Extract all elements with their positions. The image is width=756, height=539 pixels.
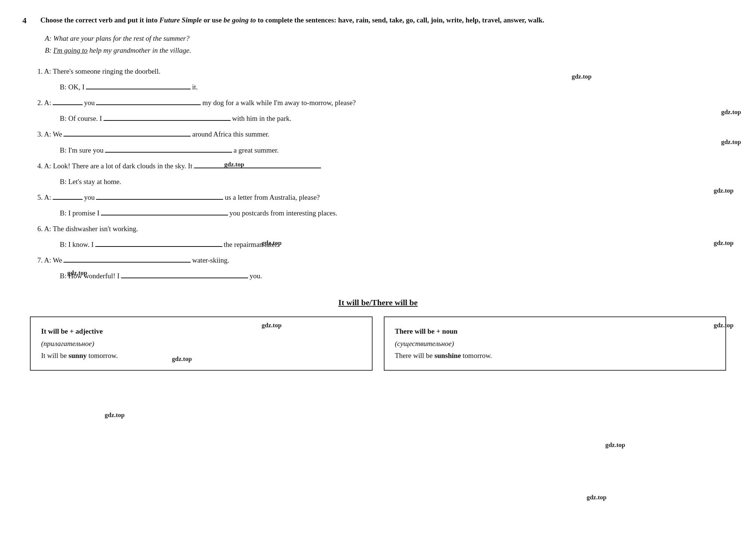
box-right-example-middle: will be: [411, 352, 435, 359]
s6b-prefix: B: I know. I: [60, 238, 94, 251]
sentence-6: 6. A: The dishwasher isn't working. B: I…: [37, 222, 734, 251]
watermark-3: gdz.top: [721, 138, 741, 146]
sentence-2: 2. A: you my dog for a walk while I'm aw…: [37, 96, 734, 125]
s2b-blank: [104, 113, 231, 121]
sentence-7: 7. A: We water-skiing. B: How wonderful!…: [37, 254, 734, 283]
watermark-4: gdz.top: [224, 161, 244, 168]
s1a-text: 1. A: There's someone ringing the doorbe…: [37, 65, 160, 78]
sentence-7-a: 7. A: We water-skiing.: [37, 254, 734, 267]
s1b-suffix: it.: [192, 80, 198, 94]
watermark-6: gdz.top: [714, 239, 734, 247]
sentence-5-b: B: I promise I you postcards from intere…: [60, 206, 734, 220]
box-right-example-suffix: tomorrow.: [461, 352, 492, 359]
box-right-example-bold: sunshine: [435, 352, 461, 359]
s2a-blank2: [96, 97, 201, 105]
box-left-example-middle: will be: [46, 352, 69, 359]
s2b-suffix: with him in the park.: [232, 112, 291, 125]
exercise-header: 4 Choose the correct verb and put it int…: [22, 15, 734, 26]
box-left-example-bold: sunny: [68, 352, 87, 359]
sentence-6-b: B: I know. I the repairman later.: [60, 238, 734, 251]
watermark-1: gdz.top: [572, 73, 592, 80]
sentence-6-a: 6. A: The dishwasher isn't working.: [37, 222, 734, 236]
box-left-example-prefix: It: [41, 352, 46, 359]
watermark-11: gdz.top: [172, 355, 192, 363]
sentence-4-b: B: Let's stay at home.: [60, 175, 734, 189]
s2b-prefix: B: Of course. I: [60, 112, 102, 125]
s4a-blank: [194, 160, 321, 168]
watermark-5: gdz.top: [714, 187, 734, 195]
s7b-suffix: you.: [250, 269, 262, 283]
page: gdz.top gdz.top gdz.top gdz.top gdz.top …: [0, 0, 756, 539]
sentences-container: 1. A: There's someone ringing the doorbe…: [37, 65, 734, 283]
instruction-text-2: or use: [202, 16, 223, 24]
box-left-example-suffix: tomorrow.: [87, 352, 118, 359]
s5a-suffix: us a letter from Australia, please?: [225, 191, 320, 204]
s2a-prefix: 2. A:: [37, 96, 51, 110]
info-box-left: It will be + adjective (прилагательное) …: [30, 316, 373, 371]
s3a-prefix: 3. A: We: [37, 128, 62, 141]
s5a-prefix: 5. A:: [37, 191, 51, 204]
box-right-paren: (существительное): [395, 340, 454, 347]
instruction-text-3: to complete the sentences:: [256, 16, 336, 24]
example-block: A: What are your plans for the rest of t…: [45, 33, 734, 57]
watermark-2: gdz.top: [721, 108, 741, 116]
s7a-blank: [64, 254, 191, 263]
sentence-5: 5. A: you us a letter from Australia, pl…: [37, 191, 734, 220]
s5b-prefix: B: I promise I: [60, 206, 99, 220]
s7b-blank: [121, 270, 248, 278]
watermark-9: gdz.top: [262, 322, 281, 329]
watermark-7: gdz.top: [262, 239, 281, 247]
watermark-13: gdz.top: [605, 441, 625, 449]
s6b-blank: [95, 239, 222, 247]
s3b-blank: [105, 144, 232, 153]
s7a-suffix: water-skiing.: [192, 254, 229, 267]
example-b-underline: I'm going to: [53, 46, 88, 54]
s5b-blank: [101, 207, 228, 215]
box-left-title: It will be + adjective: [41, 327, 103, 335]
exercise-instruction: Choose the correct verb and put it into …: [40, 15, 544, 26]
info-box-right: There will be + noun (существительное) T…: [384, 316, 726, 371]
s7a-prefix: 7. A: We: [37, 254, 62, 267]
example-a: A: What are your plans for the rest of t…: [45, 33, 734, 45]
sentence-3: 3. A: We around Africa this summer. B: I…: [37, 128, 734, 157]
s5a-blank2: [96, 192, 223, 200]
sentence-1: 1. A: There's someone ringing the doorbe…: [37, 65, 734, 94]
s1b-blank: [86, 81, 191, 89]
sentence-5-a: 5. A: you us a letter from Australia, pl…: [37, 191, 734, 204]
info-boxes-row: It will be + adjective (прилагательное) …: [30, 316, 726, 371]
s5b-suffix: you postcards from interesting places.: [229, 206, 337, 220]
box-right-title: There will be + noun: [395, 327, 458, 335]
box-right-example-prefix: There: [395, 352, 411, 359]
sentence-2-b: B: Of course. I with him in the park.: [60, 112, 734, 125]
sentence-1-b: B: OK, I it.: [60, 80, 734, 94]
sentence-2-a: 2. A: you my dog for a walk while I'm aw…: [37, 96, 734, 110]
sentence-4-a: 4. A: Look! There are a lot of dark clou…: [37, 159, 734, 173]
s3b-prefix: B: I'm sure you: [60, 144, 104, 157]
s6a-text: 6. A: The dishwasher isn't working.: [37, 222, 138, 236]
instruction-italic-1: Future Simple: [159, 16, 202, 24]
s3b-suffix: a great summer.: [234, 144, 279, 157]
sentence-3-b: B: I'm sure you a great summer.: [60, 144, 734, 157]
s3a-suffix: around Africa this summer.: [192, 128, 269, 141]
s5a-blank1: [53, 192, 83, 200]
s2a-blank1: [53, 97, 83, 105]
sentence-4: 4. A: Look! There are a lot of dark clou…: [37, 159, 734, 189]
s4b-text: B: Let's stay at home.: [60, 175, 121, 189]
box-left-paren: (прилагательное): [41, 340, 94, 347]
instruction-text-1: Choose the correct verb and put it into: [40, 16, 159, 24]
sentence-7-b: B: How wonderful! I you.: [60, 269, 734, 283]
watermark-10: gdz.top: [714, 322, 734, 329]
instruction-words: have, rain, send, take, go, call, join, …: [336, 16, 544, 24]
section-title: It will be/There will be: [22, 298, 734, 307]
example-b: B: I'm going to help my grandmother in t…: [45, 45, 734, 56]
watermark-12: gdz.top: [105, 411, 124, 419]
s1b-prefix: B: OK, I: [60, 80, 84, 94]
s2a-you: you: [84, 96, 95, 110]
s4a-prefix: 4. A: Look! There are a lot of dark clou…: [37, 159, 192, 173]
watermark-8: gdz.top: [67, 269, 87, 277]
s3a-blank: [64, 128, 191, 137]
exercise-number: 4: [22, 16, 34, 25]
instruction-italic-2: be going to: [223, 16, 256, 24]
sentence-1-a: 1. A: There's someone ringing the doorbe…: [37, 65, 734, 78]
sentence-3-a: 3. A: We around Africa this summer.: [37, 128, 734, 141]
